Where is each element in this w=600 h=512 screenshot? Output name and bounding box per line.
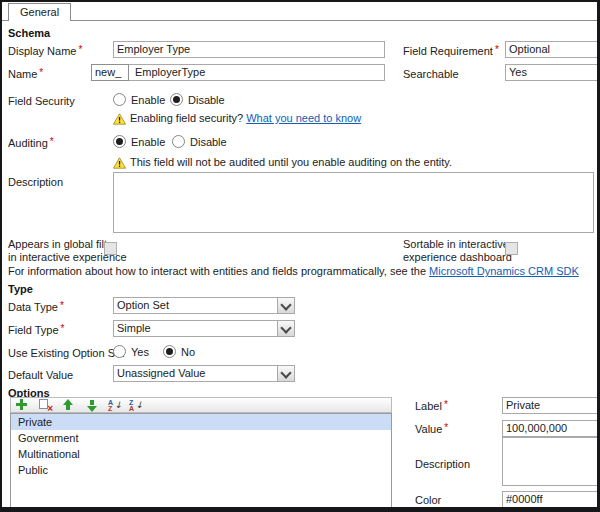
option-color-input[interactable]: #0000ff — [502, 491, 600, 508]
sort-ascending-icon[interactable]: AZ↓ — [107, 399, 121, 412]
required-asterisk: * — [50, 136, 54, 147]
default-value-label: Default Value — [8, 369, 73, 382]
move-down-icon[interactable] — [86, 399, 100, 412]
option-item-multinational[interactable]: Multinational — [11, 446, 391, 462]
use-existing-option-set-label: Use Existing Option Set — [8, 347, 124, 360]
delete-option-icon[interactable]: × — [38, 399, 52, 412]
global-filter-checkbox[interactable] — [104, 242, 117, 255]
option-description-label: Description — [415, 458, 470, 471]
field-security-help-link[interactable]: What you need to know — [246, 112, 361, 124]
chevron-down-icon — [277, 366, 294, 381]
radio-selected-icon — [163, 345, 176, 358]
field-security-warning: Enabling field security? What you need t… — [130, 112, 361, 124]
field-requirement-select[interactable]: Optional — [505, 41, 600, 58]
default-value-select[interactable]: Unassigned Value — [113, 365, 295, 382]
chevron-down-icon — [277, 298, 294, 313]
field-security-disable-radio[interactable]: Disable — [170, 93, 225, 106]
tabbar-divider — [0, 20, 600, 21]
option-label-label: Label* — [415, 400, 448, 413]
name-input[interactable]: EmployerType — [113, 64, 385, 81]
option-item-private[interactable]: Private — [11, 414, 391, 430]
warning-icon — [113, 111, 126, 123]
option-item-government[interactable]: Government — [11, 430, 391, 446]
option-value-input[interactable]: 100,000,000 — [502, 420, 600, 437]
tab-general[interactable]: General — [8, 3, 71, 21]
sdk-info: For information about how to interact wi… — [8, 265, 579, 278]
radio-selected-icon — [170, 93, 183, 106]
display-name-input[interactable]: Employer Type — [113, 41, 385, 58]
auditing-warning: This field will not be audited until you… — [130, 156, 452, 168]
required-asterisk: * — [444, 422, 448, 433]
type-section-header: Type — [8, 283, 33, 296]
field-requirement-label: Field Requirement* — [403, 45, 499, 58]
options-list: Private Government Multinational Public — [10, 413, 392, 508]
option-item-public[interactable]: Public — [11, 462, 391, 478]
required-asterisk: * — [61, 323, 65, 334]
description-textarea[interactable] — [113, 172, 594, 233]
option-description-textarea[interactable] — [502, 437, 600, 486]
field-security-label: Field Security — [8, 95, 75, 108]
required-asterisk: * — [495, 44, 499, 55]
option-label-input[interactable]: Private — [502, 397, 600, 414]
schema-section-header: Schema — [8, 27, 50, 40]
radio-selected-icon — [113, 135, 126, 148]
sortable-checkbox[interactable] — [505, 242, 518, 255]
use-existing-no-radio[interactable]: No — [163, 345, 195, 358]
auditing-label: Auditing* — [8, 137, 54, 150]
warning-icon — [113, 155, 126, 167]
move-up-icon[interactable] — [62, 399, 76, 412]
description-label: Description — [8, 176, 63, 189]
option-value-label: Value* — [415, 423, 448, 436]
display-name-label: Display Name* — [8, 45, 82, 58]
add-option-icon[interactable] — [15, 399, 29, 412]
auditing-disable-radio[interactable]: Disable — [172, 135, 227, 148]
crm-sdk-link[interactable]: Microsoft Dynamics CRM SDK — [429, 265, 579, 277]
sort-descending-icon[interactable]: ZA↓ — [128, 399, 142, 412]
field-properties-window: General Schema Display Name* Employer Ty… — [0, 0, 600, 512]
radio-icon — [172, 135, 185, 148]
field-type-label: Field Type* — [8, 324, 64, 337]
radio-icon — [113, 93, 126, 106]
auditing-enable-radio[interactable]: Enable — [113, 135, 165, 148]
searchable-select[interactable]: Yes — [505, 64, 600, 81]
required-asterisk: * — [39, 67, 43, 78]
required-asterisk: * — [444, 399, 448, 410]
field-type-select[interactable]: Simple — [113, 320, 295, 337]
required-asterisk: * — [60, 300, 64, 311]
use-existing-yes-radio[interactable]: Yes — [113, 345, 149, 358]
data-type-select[interactable]: Option Set — [113, 297, 295, 314]
data-type-label: Data Type* — [8, 301, 64, 314]
sortable-label: Sortable in interactiveexperience dashbo… — [403, 238, 512, 264]
radio-icon — [113, 345, 126, 358]
chevron-down-icon — [277, 321, 294, 336]
searchable-label: Searchable — [403, 68, 459, 81]
options-toolbar: × AZ↓ ZA↓ — [10, 397, 392, 413]
name-prefix: new_ — [91, 64, 129, 81]
field-security-enable-radio[interactable]: Enable — [113, 93, 165, 106]
required-asterisk: * — [78, 44, 82, 55]
option-color-label: Color — [415, 494, 441, 507]
x-glyph: × — [47, 404, 53, 414]
name-label: Name* — [8, 68, 43, 81]
